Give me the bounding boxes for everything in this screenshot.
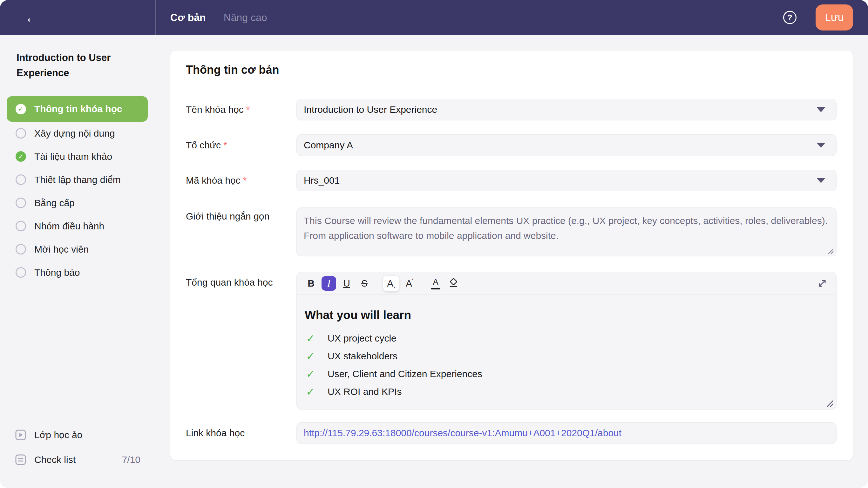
bold-button[interactable]: B <box>304 276 318 291</box>
app-window: ← Cơ bản Nâng cao ? Lưu Introduction to … <box>0 0 868 488</box>
sidebar-step-bang-cap[interactable]: Bằng cấp <box>7 191 148 214</box>
back-arrow-icon: ← <box>25 9 39 26</box>
course-code-select[interactable]: Hrs_001 <box>297 170 837 191</box>
organization-value: Company A <box>304 140 353 151</box>
card-title: Thông tin cơ bản <box>186 63 279 77</box>
overview-heading: What you will learn <box>305 308 828 322</box>
virtual-classroom-item[interactable]: Lớp học ảo <box>15 429 141 441</box>
course-link-field: http://115.79.29.63:18000/courses/course… <box>297 422 837 444</box>
short-intro-line1: This Course will review the fundamental … <box>304 213 829 228</box>
chevron-down-icon <box>816 107 826 112</box>
chevron-down-icon <box>816 143 826 148</box>
required-asterisk: * <box>243 175 247 186</box>
header-actions: ? Lưu <box>783 0 853 35</box>
sidebar-step-xay-dung-noi-dung[interactable]: Xây dựng nội dung <box>7 122 148 145</box>
check-icon: ✓ <box>306 332 317 345</box>
required-asterisk: * <box>223 140 227 150</box>
step-empty-circle-icon <box>16 128 26 139</box>
sidebar-step-moi-hoc-vien[interactable]: Mời học viên <box>7 238 148 261</box>
chevron-down-icon <box>816 178 826 183</box>
checklist-count: 7/10 <box>122 454 141 465</box>
overview-label: Tổng quan khóa học <box>186 276 273 289</box>
underline-button[interactable]: U <box>339 276 354 291</box>
course-name-value: Introduction to User Experience <box>304 104 437 115</box>
checklist-item[interactable]: Check list 7/10 <box>15 453 141 466</box>
tab-co-ban[interactable]: Cơ bản <box>170 12 206 24</box>
sidebar-step-tai-lieu-tham-khao[interactable]: ✓ Tài liệu tham khảo <box>7 145 148 168</box>
short-intro-line2: From application software to mobile appl… <box>304 228 829 243</box>
help-icon[interactable]: ? <box>783 11 797 24</box>
step-label: Thông báo <box>34 267 80 278</box>
step-empty-circle-icon <box>16 267 26 278</box>
course-link-label: Link khóa học <box>186 427 245 439</box>
sidebar-step-thong-bao[interactable]: Thông báo <box>7 261 148 284</box>
step-label: Bằng cấp <box>34 197 75 208</box>
check-icon: ✓ <box>306 350 317 363</box>
step-label: Xây dựng nội dung <box>34 128 115 139</box>
back-button[interactable]: ← <box>25 0 39 35</box>
course-code-label: Mã khóa học* <box>186 174 247 187</box>
step-label: Thông tin khóa học <box>34 103 122 114</box>
step-empty-circle-icon <box>16 175 26 185</box>
sidebar-step-thong-tin-khoa-hoc[interactable]: ✓ Thông tin khóa học <box>7 96 148 122</box>
header-tabs: Cơ bản Nâng cao <box>170 0 267 35</box>
font-color-button[interactable]: A <box>428 276 443 291</box>
check-icon: ✓ <box>306 368 317 380</box>
overview-item: ✓ UX stakeholders <box>305 347 828 365</box>
step-label: Tài liệu tham khảo <box>34 151 112 162</box>
subscript-button[interactable]: A, <box>383 276 399 291</box>
superscript-button[interactable]: A' <box>402 276 417 291</box>
step-label: Mời học viên <box>34 244 89 255</box>
color-bar <box>431 288 440 289</box>
top-bar: ← Cơ bản Nâng cao ? Lưu <box>0 0 868 35</box>
required-asterisk: * <box>246 104 250 115</box>
strikethrough-button[interactable]: S <box>357 276 372 291</box>
check-icon: ✓ <box>306 386 317 398</box>
organization-select[interactable]: Company A <box>297 134 837 156</box>
step-empty-circle-icon <box>16 221 26 231</box>
checklist-label: Check list <box>34 454 75 465</box>
editor-content[interactable]: What you will learn ✓ UX project cycle ✓… <box>297 295 836 401</box>
eraser-icon <box>448 278 459 288</box>
basic-info-card: Thông tin cơ bản Tên khóa học* Introduct… <box>170 50 853 461</box>
overview-item: ✓ UX project cycle <box>305 330 828 347</box>
step-check-circle-icon: ✓ <box>16 151 26 162</box>
sidebar-step-nhom-dieu-hanh[interactable]: Nhóm điều hành <box>7 214 148 238</box>
step-check-circle-icon: ✓ <box>16 104 26 114</box>
step-label: Nhóm điều hành <box>34 221 104 232</box>
step-label: Thiết lập thang điểm <box>34 175 121 185</box>
resize-handle-icon[interactable] <box>825 399 834 407</box>
organization-label: Tổ chức* <box>186 139 227 152</box>
course-link-url[interactable]: http://115.79.29.63:18000/courses/course… <box>304 428 621 438</box>
expand-editor-icon[interactable] <box>816 278 828 289</box>
short-intro-label: Giới thiệu ngắn gọn <box>186 210 270 223</box>
course-name-label: Tên khóa học* <box>186 103 250 116</box>
course-code-value: Hrs_001 <box>304 175 340 186</box>
editor-toolbar: B I U S A, A' A <box>297 272 836 295</box>
tab-nang-cao[interactable]: Nâng cao <box>224 12 267 24</box>
course-name-select[interactable]: Introduction to User Experience <box>297 99 837 120</box>
save-button[interactable]: Lưu <box>815 4 853 30</box>
virtual-classroom-label: Lớp học ảo <box>34 430 82 440</box>
play-square-icon <box>15 430 26 440</box>
step-empty-circle-icon <box>16 197 26 208</box>
course-title: Introduction to User Experience <box>17 50 134 81</box>
clear-format-button[interactable] <box>446 276 461 291</box>
header-divider <box>155 0 156 35</box>
sidebar-step-thiet-lap-thang-diem[interactable]: Thiết lập thang điểm <box>7 168 148 191</box>
short-intro-textarea[interactable]: This Course will review the fundamental … <box>297 208 837 256</box>
italic-button[interactable]: I <box>321 276 336 291</box>
checklist-icon <box>15 454 26 465</box>
overview-item: ✓ UX ROI and KPIs <box>305 383 828 401</box>
course-steps-nav: ✓ Thông tin khóa học Xây dựng nội dung ✓… <box>7 96 148 284</box>
overview-item: ✓ User, Client and Citizen Experiences <box>305 365 828 383</box>
step-empty-circle-icon <box>16 244 26 254</box>
overview-editor: B I U S A, A' A <box>297 272 837 409</box>
resize-handle-icon[interactable] <box>826 247 834 254</box>
